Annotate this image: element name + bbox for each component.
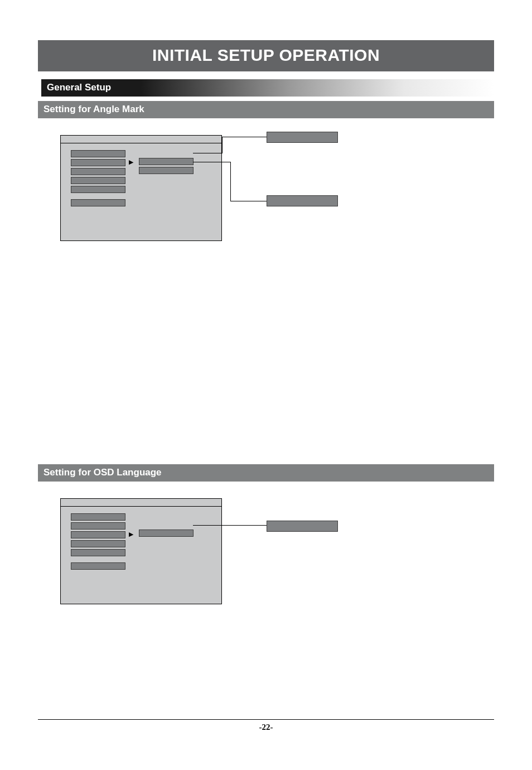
menu-value: [139, 158, 194, 165]
connector-line: [193, 162, 230, 162]
menu-item: [71, 168, 125, 175]
menu-item: [71, 150, 125, 157]
osd-menu-left-column: [71, 513, 125, 571]
menu-item: [71, 531, 125, 538]
osd-menu-right-column: [139, 158, 194, 176]
osd-menu-box: ▶: [60, 498, 222, 604]
menu-item: [71, 177, 125, 184]
connector-line: [222, 137, 223, 153]
menu-item: [71, 513, 125, 521]
connector-line: [193, 153, 222, 153]
menu-item: [71, 549, 125, 556]
page-number: -22-: [259, 723, 273, 732]
menu-value: [139, 530, 194, 537]
osd-menu-body: ▶: [61, 143, 221, 156]
subsection-heading: Setting for Angle Mark: [43, 104, 144, 114]
osd-menu-title-strip: [61, 136, 221, 143]
triangle-right-icon: ▶: [129, 531, 133, 538]
page-title: INITIAL SETUP OPERATION: [152, 46, 380, 64]
osd-menu-title-strip: [61, 499, 221, 507]
menu-item: [71, 522, 125, 530]
osd-menu-box: ▶: [60, 135, 222, 241]
figure-osd-language: ▶: [60, 498, 494, 638]
menu-item: [71, 540, 125, 547]
menu-item: [71, 199, 125, 206]
subsection-bar-angle: Setting for Angle Mark: [38, 101, 494, 118]
figure-angle-mark: ▶: [60, 135, 494, 275]
connector-line: [230, 162, 231, 201]
connector-line: [222, 137, 267, 137]
menu-item: [71, 159, 125, 166]
osd-menu-right-column: [139, 530, 194, 538]
osd-menu-left-column: [71, 150, 125, 208]
subsection-bar-osd: Setting for OSD Language: [38, 464, 494, 482]
subsection-heading: Setting for OSD Language: [43, 467, 162, 478]
connector-line: [230, 201, 267, 201]
menu-item: [71, 186, 125, 193]
osd-menu-body: ▶: [61, 507, 221, 519]
menu-value: [139, 167, 194, 174]
footer-rule: [38, 719, 494, 720]
page-footer: -22-: [38, 719, 494, 732]
callout-box: [267, 195, 338, 206]
connector-line: [193, 525, 267, 526]
section-heading-bar: General Setup: [38, 79, 494, 97]
triangle-right-icon: ▶: [129, 158, 133, 166]
callout-box: [267, 132, 338, 143]
menu-item: [71, 562, 125, 570]
section-heading: General Setup: [47, 82, 111, 93]
callout-box: [267, 521, 338, 532]
page-title-bar: INITIAL SETUP OPERATION: [38, 40, 494, 71]
